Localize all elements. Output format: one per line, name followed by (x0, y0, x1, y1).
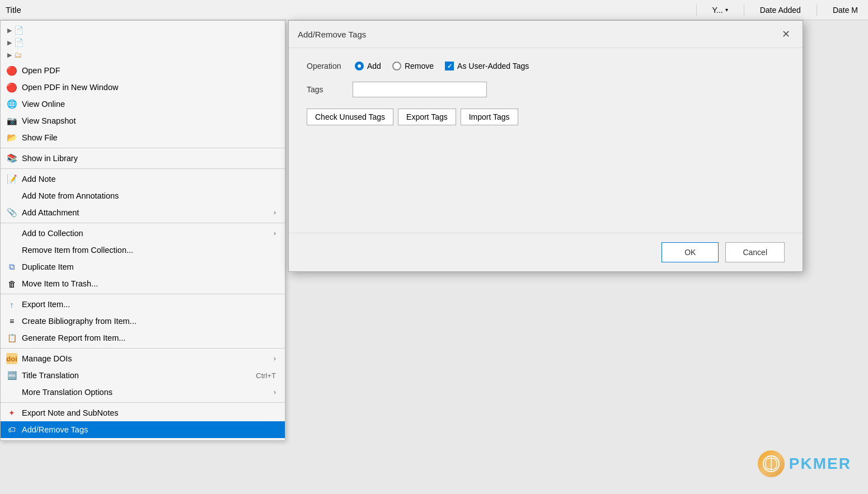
separator-3 (1, 223, 285, 223)
pkmer-logo-svg (762, 455, 780, 473)
tags-label: Tags (307, 85, 346, 94)
submenu-arrow-icon-2: › (274, 229, 276, 237)
top-bar: Title Y... ▾ Date Added Date M (0, 0, 868, 20)
remove-radio-item[interactable]: Remove (392, 62, 434, 70)
separator-2 (1, 168, 285, 169)
submenu-arrow-icon: › (274, 209, 276, 217)
year-column-header[interactable]: Y... ▾ (708, 6, 733, 15)
clip-icon: 📎 (6, 207, 17, 218)
row-chevron-2[interactable]: ▶ 📄 (5, 36, 26, 49)
pdf-icon-2: 🔴 (6, 82, 17, 93)
menu-item-view-online[interactable]: 🌐 View Online (1, 96, 285, 112)
menu-item-title-translate[interactable]: 🔤 Title Translation Ctrl+T (1, 367, 285, 384)
menu-item-open-pdf[interactable]: 🔴 Open PDF (1, 62, 285, 79)
menu-item-move-trash[interactable]: 🗑 Move Item to Trash... (1, 275, 285, 292)
operation-row: Operation Add Remove As User-Added Tags (307, 62, 785, 70)
operation-radio-group: Add Remove As User-Added Tags (355, 62, 529, 70)
separator (744, 4, 744, 16)
submenu-arrow-doi-icon: › (274, 355, 276, 363)
export-icon: ↑ (6, 299, 17, 310)
doc-icon: 📄 (14, 26, 24, 35)
separator-6 (1, 402, 285, 403)
spacer-icon-2 (6, 228, 17, 239)
spacer-icon-4 (6, 387, 17, 398)
pkmer-logo-circle (758, 450, 785, 477)
menu-item-more-translate[interactable]: More Translation Options › (1, 384, 285, 401)
separator-1 (1, 148, 285, 148)
menu-item-remove-collection[interactable]: Remove Item from Collection... (1, 242, 285, 258)
check-unused-tags-button[interactable]: Check Unused Tags (307, 109, 393, 125)
menu-item-duplicate[interactable]: ⧉ Duplicate Item (1, 258, 285, 275)
collection-icon: 🗂 (14, 50, 22, 59)
menu-item-add-note-annot[interactable]: Add Note from Annotations (1, 187, 285, 204)
remove-radio-label: Remove (405, 62, 434, 70)
date-modified-column-header: Date M (828, 6, 862, 15)
add-radio-label: Add (367, 62, 381, 70)
doi-icon: doi (6, 353, 17, 364)
add-radio-button[interactable] (355, 62, 364, 70)
menu-item-add-attachment[interactable]: 📎 Add Attachment › (1, 204, 285, 221)
folder-icon: 📂 (6, 132, 17, 143)
tag-icon: 🏷 (6, 424, 17, 435)
translate-icon: 🔤 (6, 370, 17, 381)
import-tags-button[interactable]: Import Tags (461, 109, 518, 125)
add-radio-item[interactable]: Add (355, 62, 381, 70)
library-icon: 📚 (6, 153, 17, 164)
separator-5 (1, 348, 285, 349)
pdf-icon: 🔴 (6, 65, 17, 76)
tags-input[interactable] (353, 82, 487, 97)
separator (817, 4, 817, 16)
multi-row-group: ▶ 📄 ▶ 📄 ▶ 🗂 (1, 23, 285, 62)
menu-item-add-note[interactable]: 📝 Add Note (1, 171, 285, 187)
context-menu: ▶ 📄 ▶ 📄 ▶ 🗂 🔴 Open PDF 🔴 Open PDF in New… (0, 20, 285, 441)
as-user-added-checkbox-item[interactable]: As User-Added Tags (445, 62, 529, 70)
export-tags-button[interactable]: Export Tags (398, 109, 456, 125)
spacer-icon (6, 190, 17, 201)
menu-item-view-snapshot[interactable]: 📷 View Snapshot (1, 112, 285, 129)
pkmer-text: PKMER (789, 455, 851, 473)
dialog-footer: OK Cancel (289, 233, 803, 271)
menu-item-gen-report[interactable]: 📋 Generate Report from Item... (1, 330, 285, 346)
menu-item-show-library[interactable]: 📚 Show in Library (1, 150, 285, 167)
separator (696, 4, 697, 16)
row-chevron-3[interactable]: ▶ 🗂 (5, 49, 26, 61)
keyboard-shortcut: Ctrl+T (256, 371, 276, 380)
remove-radio-button[interactable] (392, 62, 401, 70)
submenu-arrow-translate-icon: › (274, 388, 276, 396)
title-column-header: Title (6, 5, 685, 15)
separator-4 (1, 294, 285, 294)
menu-item-export-note[interactable]: ✦ Export Note and SubNotes (1, 404, 285, 421)
date-added-column-header: Date Added (756, 6, 805, 15)
row-chevron-1[interactable]: ▶ 📄 (5, 24, 26, 36)
trash-icon: 🗑 (6, 278, 17, 289)
ok-button[interactable]: OK (661, 242, 719, 262)
duplicate-icon: ⧉ (6, 261, 17, 272)
cancel-button[interactable]: Cancel (725, 242, 785, 262)
tags-row: Tags (307, 82, 785, 97)
menu-item-add-remove-tags[interactable]: 🏷 Add/Remove Tags (1, 421, 285, 438)
operation-label: Operation (307, 62, 346, 70)
dialog-titlebar: Add/Remove Tags ✕ (289, 21, 803, 48)
globe-icon: 🌐 (6, 98, 17, 110)
close-button[interactable]: ✕ (778, 26, 794, 42)
subnote-icon: ✦ (6, 407, 17, 418)
camera-icon: 📷 (6, 115, 17, 126)
menu-item-manage-doi[interactable]: doi Manage DOIs › (1, 350, 285, 367)
as-user-added-label: As User-Added Tags (457, 62, 529, 70)
menu-item-export[interactable]: ↑ Export Item... (1, 296, 285, 313)
note-icon: 📝 (6, 173, 17, 185)
menu-item-show-file[interactable]: 📂 Show File (1, 129, 285, 146)
as-user-added-checkbox[interactable] (445, 62, 454, 70)
doc-icon-2: 📄 (14, 38, 24, 47)
tag-action-buttons: Check Unused Tags Export Tags Import Tag… (307, 109, 785, 125)
spacer-icon-3 (6, 244, 17, 256)
report-icon: 📋 (6, 332, 17, 344)
menu-item-open-pdf-new[interactable]: 🔴 Open PDF in New Window (1, 79, 285, 96)
pkmer-watermark: PKMER (758, 450, 851, 477)
dialog-title: Add/Remove Tags (298, 30, 366, 39)
add-remove-tags-dialog: Add/Remove Tags ✕ Operation Add Remove A… (288, 20, 803, 272)
bib-icon: ≡ (6, 316, 17, 327)
dialog-body: Operation Add Remove As User-Added Tags … (289, 48, 803, 233)
menu-item-create-bib[interactable]: ≡ Create Bibliography from Item... (1, 313, 285, 330)
menu-item-add-collection[interactable]: Add to Collection › (1, 225, 285, 242)
